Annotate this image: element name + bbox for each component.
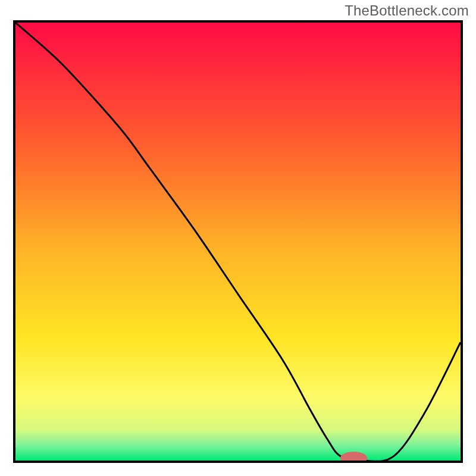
bottleneck-curve — [15, 23, 461, 461]
plot-area — [13, 20, 463, 463]
watermark-label: TheBottleneck.com — [345, 2, 469, 19]
curve-layer — [15, 23, 461, 461]
optimal-marker — [340, 452, 367, 461]
chart-frame: TheBottleneck.com — [0, 0, 476, 476]
